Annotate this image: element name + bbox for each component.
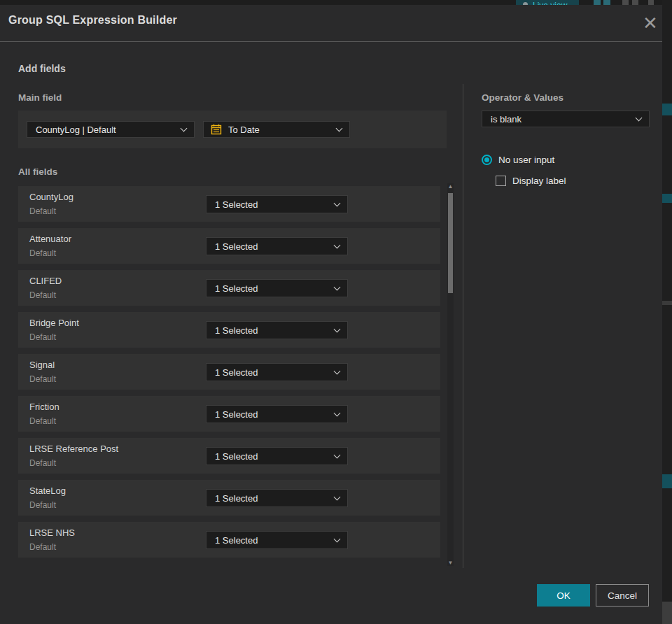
field-view-name: Default (29, 542, 56, 552)
screen: Live view Group SQL Expression Builder ✕… (0, 0, 672, 624)
background-fragment (662, 474, 672, 488)
radio-selected-icon (482, 155, 492, 165)
main-field-select[interactable]: CountyLog | Default (27, 121, 195, 138)
field-selected-dropdown[interactable]: 1 Selected (206, 405, 348, 423)
field-selected-value: 1 Selected (206, 409, 258, 420)
chevron-down-icon (334, 368, 341, 375)
field-view-name: Default (29, 290, 56, 300)
field-selected-value: 1 Selected (206, 325, 258, 336)
all-fields-list: CountyLog Default 1 Selected Attenuator … (18, 186, 440, 564)
main-field-select-value: CountyLog | Default (27, 125, 116, 135)
display-label-text: Display label (512, 176, 566, 186)
main-field-label: Main field (18, 92, 62, 103)
field-selected-dropdown[interactable]: 1 Selected (206, 447, 348, 465)
toolbar-icon-fragment (622, 0, 629, 5)
chevron-down-icon (336, 125, 343, 132)
field-selected-dropdown[interactable]: 1 Selected (206, 237, 348, 255)
background-fragment (662, 602, 672, 624)
chevron-down-icon (334, 284, 341, 291)
chevron-down-icon (334, 242, 341, 249)
column-divider (463, 84, 463, 568)
all-fields-label: All fields (18, 166, 57, 177)
scroll-up-icon[interactable]: ▲ (447, 183, 454, 190)
chevron-down-icon (334, 536, 341, 543)
operator-select[interactable]: is blank (482, 111, 650, 127)
chevron-down-icon (334, 326, 341, 333)
checkbox-unchecked-icon (496, 176, 506, 186)
field-view-name: Default (29, 416, 56, 426)
field-row: LRSE Reference Post Default 1 Selected (18, 438, 440, 474)
operator-select-value: is blank (482, 114, 522, 125)
field-selected-dropdown[interactable]: 1 Selected (206, 321, 348, 339)
toolbar-icon-fragment (594, 0, 601, 5)
field-row: CLIFED Default 1 Selected (18, 270, 440, 306)
field-row: Signal Default 1 Selected (18, 354, 440, 390)
calendar-icon (211, 124, 222, 135)
cancel-button[interactable]: Cancel (596, 584, 649, 607)
field-view-name: Default (29, 500, 56, 510)
toolbar-icon-fragment (648, 0, 654, 5)
chevron-down-icon (334, 452, 341, 459)
field-name: LRSE NHS (29, 527, 75, 538)
operator-values-label: Operator & Values (482, 92, 564, 103)
chevron-down-icon (181, 125, 188, 132)
field-row: LRSE NHS Default 1 Selected (18, 522, 440, 558)
field-row: Friction Default 1 Selected (18, 396, 440, 432)
main-field-type-select[interactable]: To Date (203, 121, 350, 138)
background-fragment (662, 194, 672, 203)
all-fields-scrollbar[interactable]: ▲ ▼ (447, 183, 454, 566)
field-name: CLIFED (29, 276, 62, 286)
background-app-right-strip (662, 0, 672, 624)
field-view-name: Default (29, 206, 56, 216)
field-name: CountyLog (29, 192, 74, 202)
field-selected-value: 1 Selected (206, 451, 258, 462)
background-fragment (662, 301, 672, 305)
field-name: StateLog (29, 485, 66, 496)
field-selected-value: 1 Selected (206, 535, 258, 546)
field-view-name: Default (29, 458, 56, 468)
field-selected-dropdown[interactable]: 1 Selected (206, 531, 348, 549)
field-name: Attenuator (29, 234, 71, 244)
field-row: StateLog Default 1 Selected (18, 480, 440, 516)
chevron-down-icon (334, 410, 341, 417)
field-name: Friction (29, 402, 59, 412)
no-user-input-radio[interactable]: No user input (482, 155, 554, 165)
field-selected-dropdown[interactable]: 1 Selected (206, 279, 348, 297)
field-view-name: Default (29, 374, 56, 384)
toolbar-icon-fragment (632, 0, 638, 5)
chevron-down-icon (636, 115, 643, 122)
field-selected-value: 1 Selected (206, 241, 258, 252)
field-selected-dropdown[interactable]: 1 Selected (206, 363, 348, 381)
field-row: CountyLog Default 1 Selected (18, 186, 440, 222)
chevron-down-icon (334, 494, 341, 501)
group-sql-expression-builder-dialog: Group SQL Expression Builder ✕ Add field… (0, 5, 662, 624)
field-name: LRSE Reference Post (29, 444, 118, 454)
field-view-name: Default (29, 332, 56, 342)
add-fields-heading: Add fields (18, 63, 66, 74)
close-icon[interactable]: ✕ (638, 9, 662, 37)
field-selected-value: 1 Selected (206, 283, 258, 294)
scrollbar-thumb[interactable] (448, 193, 453, 293)
field-name: Signal (29, 360, 55, 370)
background-app-top-strip: Live view (0, 0, 672, 5)
main-field-panel: CountyLog | Default To Date (18, 111, 447, 148)
chevron-down-icon (334, 200, 341, 207)
display-label-checkbox[interactable]: Display label (496, 176, 566, 186)
dialog-header: Group SQL Expression Builder ✕ (0, 5, 662, 42)
toolbar-icon-fragment (603, 0, 610, 5)
background-fragment (662, 104, 672, 115)
field-selected-dropdown[interactable]: 1 Selected (206, 489, 348, 507)
field-selected-value: 1 Selected (206, 367, 258, 378)
field-selected-dropdown[interactable]: 1 Selected (206, 195, 348, 213)
no-user-input-label: No user input (498, 155, 554, 165)
field-view-name: Default (29, 248, 56, 258)
dialog-title: Group SQL Expression Builder (8, 14, 177, 27)
field-name: Bridge Point (29, 318, 79, 328)
scroll-down-icon[interactable]: ▼ (447, 560, 454, 566)
field-row: Bridge Point Default 1 Selected (18, 312, 440, 348)
live-view-button-fragment: Live view (516, 0, 579, 5)
field-row: Attenuator Default 1 Selected (18, 228, 440, 264)
field-selected-value: 1 Selected (206, 199, 258, 210)
field-selected-value: 1 Selected (206, 493, 258, 504)
ok-button[interactable]: OK (537, 584, 590, 607)
